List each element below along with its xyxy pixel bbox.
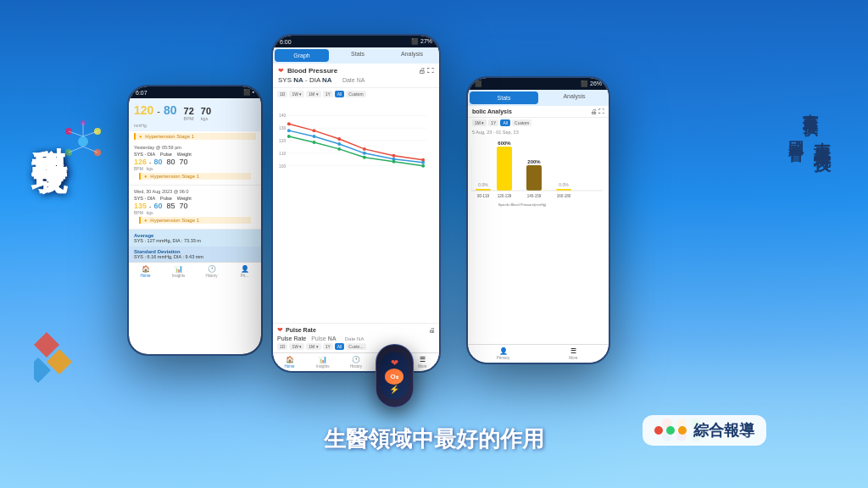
nav-insights[interactable]: 📊 Insights	[162, 265, 195, 278]
center-phone: 6:00 ⬛ 27% Graph Stats Analysis ❤	[271, 34, 441, 373]
svg-point-0	[78, 136, 88, 147]
svg-point-20	[313, 129, 316, 132]
svg-point-35	[392, 160, 396, 164]
r-filter-custom[interactable]: Custom	[512, 119, 531, 126]
badge-dot-green	[666, 426, 675, 435]
bottom-subtitle: 生醫領域中最好的作用	[324, 424, 544, 454]
filter-all[interactable]: All	[335, 91, 345, 97]
std-dev-section: Standard Deviation SYS : 6.16 mmHg, DIA …	[129, 247, 261, 262]
weight-unit: kgs	[201, 116, 211, 121]
stage-badge-1: ● Hypertension Stage 1	[134, 133, 256, 140]
svg-text:600%: 600%	[498, 141, 511, 146]
c-nav-home[interactable]: 🏠 Home	[273, 356, 306, 369]
pulse-unit: BPM	[184, 116, 194, 121]
right-phone: ⬛ ⬛ 26% Stats Analysis bolic Analysis 🖨 …	[466, 76, 610, 364]
r-filter-1y[interactable]: 1Y	[488, 119, 498, 126]
bp-unit: mmHg	[134, 123, 256, 128]
h1-pulse: 80	[166, 158, 175, 166]
svg-point-28	[363, 152, 366, 155]
line-chart-area: 140 130 120 110 100	[273, 103, 439, 323]
filter-1d[interactable]: 1D	[277, 91, 287, 97]
svg-text:0.0%: 0.0%	[559, 182, 569, 187]
stage-badge-h1: ● Hypertension Stage 1	[139, 173, 251, 180]
r-filter-all[interactable]: All	[500, 119, 510, 126]
right-text-line1: 畫面提供	[800, 102, 821, 112]
r-nav-primary[interactable]: 👤 Primary	[468, 347, 538, 360]
left-phone-header: 120 - 80 72 BPM 70 kgs	[129, 98, 261, 131]
wearable-device: ❤ O₂ ⚡	[364, 344, 424, 420]
filter-custom[interactable]: Custom	[346, 91, 365, 97]
filter-1y[interactable]: 1Y	[323, 91, 333, 97]
svg-point-27	[337, 142, 341, 146]
badge-dot-red	[654, 426, 663, 435]
right-phone-battery: ⬛ 26%	[581, 80, 602, 87]
pulse-title: Pulse Rate	[286, 327, 316, 333]
h1-sys: 126	[134, 158, 147, 166]
r-tab-analysis[interactable]: Analysis	[540, 90, 609, 106]
right-phone-nav: 👤 Primary ☰ More	[468, 344, 609, 363]
notch	[182, 90, 208, 95]
heart-icon: ❤	[277, 326, 283, 334]
tab-analysis[interactable]: Analysis	[385, 47, 439, 64]
nav-home[interactable]: 🏠 Home	[129, 265, 162, 278]
left-phone-status-bar: 6:07 ⬛ ▪	[129, 86, 261, 98]
p-filter-1y[interactable]: 1Y	[323, 343, 333, 350]
analysis-header: bolic Analysis 🖨 ⛶	[468, 106, 609, 118]
p-filter-1m[interactable]: 1M ▾	[306, 343, 320, 350]
bottom-badge: 綜合報導	[643, 415, 766, 446]
history-labels-1: SYS - DIA Pulse Weight	[134, 152, 256, 157]
device-activity-icon: ⚡	[389, 385, 399, 394]
p-filter-1d[interactable]: 1D	[277, 343, 287, 350]
svg-line-8	[69, 147, 83, 152]
p-filter-custom[interactable]: Custo...	[346, 343, 365, 350]
left-phone-nav: 🏠 Home 📊 Insights 🕐 History 👤 Pri...	[129, 262, 261, 280]
svg-point-32	[313, 141, 316, 144]
h2-sys: 135	[134, 202, 147, 210]
svg-point-33	[337, 147, 341, 151]
left-phone-battery: ⬛ ▪	[243, 89, 254, 96]
r-tab-stats[interactable]: Stats	[470, 92, 538, 104]
stage-badge-h2: ● Hypertension Stage 1	[139, 217, 251, 224]
svg-rect-48	[556, 189, 571, 191]
svg-text:100: 100	[279, 164, 286, 169]
h2-dia: 60	[153, 202, 162, 210]
nav-history[interactable]: 🕐 History	[195, 265, 228, 278]
pulse-header: ❤ Pulse Rate 🖨	[277, 326, 435, 334]
svg-point-31	[287, 135, 291, 138]
svg-text:200%: 200%	[527, 159, 541, 164]
h2-weight: 70	[179, 202, 187, 210]
device-body: ❤ O₂ ⚡	[376, 344, 414, 408]
p-filter-1w[interactable]: 1W ▾	[289, 343, 304, 350]
h1-weight: 70	[179, 158, 187, 166]
right-phone-tabs: Stats Analysis	[468, 90, 609, 106]
history-labels-2: SYS - DIA Pulse Weight	[134, 196, 256, 201]
r-filter-1m[interactable]: 1M ▾	[472, 119, 487, 126]
center-phone-tabs: Graph Stats Analysis	[273, 47, 439, 64]
sys-na: NA	[293, 76, 303, 84]
svg-text:140: 140	[279, 114, 286, 118]
p-filter-all[interactable]: All	[335, 343, 345, 350]
badge-dots-container	[654, 426, 687, 435]
average-section: Average SYS : 127 mmHg, DIA : 73.33 m	[129, 230, 261, 247]
tab-stats[interactable]: Stats	[331, 47, 385, 64]
filter-1m[interactable]: 1M ▾	[306, 91, 320, 97]
history-date-1: Yesterday @ 05:59 pm	[134, 145, 256, 150]
dia-na: NA	[322, 76, 332, 84]
c-nav-insights[interactable]: 📊 Insights	[306, 356, 339, 369]
center-phone-status-bar: 6:00 ⬛ 27%	[273, 36, 439, 47]
filter-1w[interactable]: 1W ▾	[289, 91, 304, 97]
pulse-val: 72	[184, 106, 194, 116]
r-nav-more[interactable]: ☰ More	[538, 347, 609, 360]
nav-primary[interactable]: 👤 Pri...	[228, 265, 261, 278]
right-date-range: 5 Aug, 23 - 01 Sep, 23	[468, 128, 609, 136]
color-diamonds-deco	[34, 332, 76, 386]
svg-point-23	[392, 154, 396, 158]
tab-graph[interactable]: Graph	[275, 49, 329, 62]
svg-point-26	[313, 135, 316, 138]
main-chinese-title: 科學再發現	[30, 119, 70, 136]
center-phone-battery: ⬛ 27%	[411, 38, 432, 45]
svg-text:130: 130	[279, 126, 286, 130]
history-date-2: Wed, 30 Aug 2023 @ 06:0	[134, 189, 256, 194]
svg-point-30	[421, 161, 425, 164]
pulse-reading: 72 BPM	[184, 106, 194, 121]
